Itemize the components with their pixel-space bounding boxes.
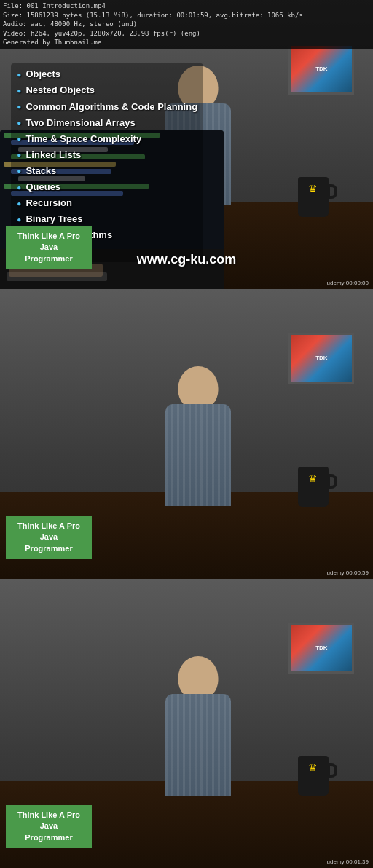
wall-picture-inner: TDK: [291, 46, 352, 92]
label-line1-1: Think Like A Pro Java: [13, 231, 85, 253]
person-body-3: [165, 694, 231, 796]
mug-2: ♛: [298, 467, 329, 507]
file-info-line4: Video: h264, yuv420p, 1280x720, 23.98 fp…: [3, 29, 370, 39]
bullet-item-recursion: Recursion: [17, 195, 197, 211]
mug: ♛: [298, 177, 329, 217]
file-info-bar: File: 001 Introduction.mp4 Size: 1586123…: [0, 0, 373, 49]
bullet-item-objects: Objects: [17, 66, 197, 82]
label-box-1: Think Like A Pro Java Programmer: [6, 226, 92, 269]
label-box-2: Think Like A Pro Java Programmer: [6, 516, 92, 559]
person-panel2: [140, 366, 256, 526]
shirt-stripes-3: [165, 694, 231, 796]
label-box-3: Think Like A Pro Java Programmer: [6, 805, 92, 848]
mug-crown-3: ♛: [308, 762, 318, 773]
panel-3: TDK ♛ Think Like A Pro Java Programmer u…: [0, 579, 373, 868]
mug-3: ♛: [298, 756, 329, 796]
panel-1: File: 001 Introduction.mp4 Size: 1586123…: [0, 0, 373, 289]
timestamp-3: udemy 00:01:39: [327, 859, 369, 865]
wall-picture: TDK: [288, 44, 354, 95]
bullet-item-2d-arrays: Two Dimensional Arrays: [17, 115, 197, 131]
label-line2-3: Programmer: [13, 832, 85, 843]
timestamp-2: udemy 00:00:59: [327, 569, 369, 576]
bullet-item-complexity: Time & Space Complexity: [17, 131, 197, 147]
label-line2-2: Programmer: [13, 543, 85, 554]
timestamp-1: udemy 00:00:00: [327, 280, 369, 286]
file-info-line1: File: 001 Introduction.mp4: [3, 1, 370, 11]
person-head-3: [178, 656, 219, 700]
label-line1-3: Think Like A Pro Java: [13, 810, 85, 832]
bullet-item-queues: Queues: [17, 179, 197, 195]
udemy-logo-2: udemy: [327, 569, 345, 576]
wall-picture-inner-3: TDK: [291, 625, 352, 671]
time-value-2: 00:00:59: [346, 569, 369, 576]
bullet-item-binary-trees: Binary Trees: [17, 211, 197, 227]
label-line1-2: Think Like A Pro Java: [13, 521, 85, 543]
udemy-logo-3: udemy: [327, 859, 345, 865]
wall-picture-3: TDK: [288, 623, 354, 674]
person-panel3: [140, 656, 256, 816]
wall-picture-inner-2: TDK: [291, 335, 352, 382]
file-info-line3: Audio: aac, 48000 Hz, stereo (und): [3, 20, 370, 29]
file-info-line2: Size: 15861239 bytes (15.13 MiB), durati…: [3, 11, 370, 20]
bullet-item-stacks: Stacks: [17, 163, 197, 179]
label-line2-1: Programmer: [13, 253, 85, 264]
bullet-item-linked-lists: Linked Lists: [17, 147, 197, 163]
person-body-2: [165, 404, 231, 506]
panel-2: TDK ♛ Think Like A Pro Java Programmer u…: [0, 289, 373, 579]
time-value-1: 00:00:00: [346, 280, 369, 286]
watermark-1: www.cg-ku.com: [137, 252, 236, 267]
person-head-2: [178, 366, 219, 410]
mug-handle: [327, 184, 337, 199]
mug-handle-2: [327, 474, 337, 489]
shirt-stripes-2: [165, 404, 231, 506]
bullet-item-algorithms: Common Algorithms & Code Planning: [17, 99, 197, 115]
bullet-item-nested: Nested Objects: [17, 82, 197, 98]
file-info-line5: Generated by Thumbnail.me: [3, 38, 370, 47]
mug-handle-3: [327, 763, 337, 778]
mug-crown: ♛: [308, 183, 318, 194]
time-value-3: 00:01:39: [346, 859, 369, 865]
mug-crown-2: ♛: [308, 473, 318, 484]
udemy-logo-1: udemy: [327, 280, 345, 286]
wall-picture-2: TDK: [288, 333, 354, 384]
